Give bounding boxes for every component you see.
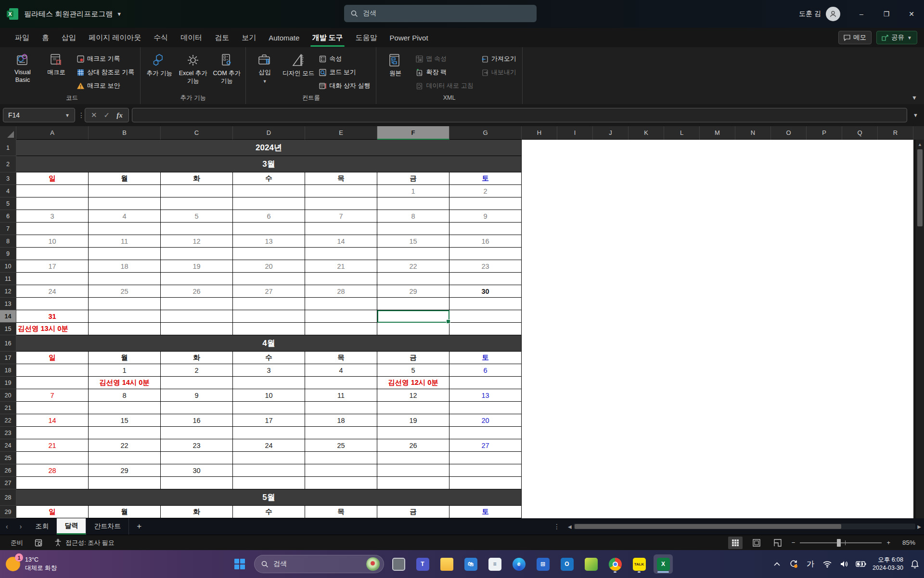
share-button[interactable]: 공유 ▼ <box>876 31 917 44</box>
cell-D25[interactable] <box>233 452 305 464</box>
month-band-4월[interactable]: 4월 <box>16 335 522 352</box>
cell-A14[interactable]: 31 <box>16 310 89 323</box>
cell-F22[interactable]: 19 <box>377 414 449 427</box>
cell-E22[interactable]: 18 <box>305 414 377 427</box>
empty-cells-area[interactable] <box>522 248 913 260</box>
column-header-I[interactable]: I <box>557 126 593 140</box>
zoom-slider[interactable]: − + <box>792 539 890 546</box>
cell-E10[interactable]: 21 <box>305 260 377 273</box>
cell-C19[interactable] <box>161 377 233 389</box>
cell-B12[interactable]: 25 <box>89 285 161 298</box>
cell-B6[interactable]: 4 <box>89 210 161 223</box>
row-header-27[interactable]: 27 <box>0 477 16 489</box>
app-kakaotalk[interactable]: TALK <box>629 554 649 574</box>
cell-A7[interactable] <box>16 223 89 235</box>
cell-F13[interactable] <box>377 298 449 310</box>
app-file-explorer[interactable] <box>437 554 456 574</box>
cell-G14[interactable] <box>449 310 522 323</box>
start-button[interactable] <box>230 554 249 574</box>
empty-cells-area[interactable] <box>522 477 913 489</box>
vertical-scrollbar[interactable]: ▲ <box>916 140 924 518</box>
weather-widget[interactable]: 1 13°C 대체로 화창 <box>0 556 57 572</box>
cell-A9[interactable] <box>16 248 89 260</box>
app-edge[interactable]: e <box>509 554 528 574</box>
cell-G6[interactable]: 9 <box>449 210 522 223</box>
row-header-11[interactable]: 11 <box>0 273 16 285</box>
cell-E8[interactable]: 14 <box>305 235 377 248</box>
app-green-tool[interactable] <box>581 554 601 574</box>
cell-B13[interactable] <box>89 298 161 310</box>
cell-D18[interactable]: 3 <box>233 364 305 377</box>
row-header-28[interactable]: 28 <box>0 489 16 506</box>
column-header-L[interactable]: L <box>664 126 700 140</box>
cell-F18[interactable]: 5 <box>377 364 449 377</box>
cell-C23[interactable] <box>161 427 233 439</box>
empty-cells-area[interactable] <box>522 210 913 223</box>
row-header-25[interactable]: 25 <box>0 452 16 464</box>
import-button[interactable]: 가져오기 <box>478 53 519 65</box>
cell-G13[interactable] <box>449 298 522 310</box>
cell-D26[interactable] <box>233 464 305 477</box>
page-break-view-button[interactable] <box>770 537 785 549</box>
minimize-button[interactable]: – <box>849 0 874 28</box>
column-header-G[interactable]: G <box>449 126 522 140</box>
empty-cells-area[interactable] <box>522 506 913 518</box>
cell-E6[interactable]: 7 <box>305 210 377 223</box>
cell-D15[interactable] <box>233 323 305 335</box>
cell-G4[interactable]: 2 <box>449 185 522 197</box>
column-header-D[interactable]: D <box>233 126 305 140</box>
cell-E26[interactable] <box>305 464 377 477</box>
cell-C26[interactable]: 30 <box>161 464 233 477</box>
sheet-tab-dallyeok[interactable]: 달력 <box>57 518 86 535</box>
empty-cells-area[interactable] <box>522 235 913 248</box>
cell-B3[interactable]: 월 <box>89 172 161 185</box>
cell-A27[interactable] <box>16 477 89 489</box>
cell-G25[interactable] <box>449 452 522 464</box>
cell-G29[interactable]: 토 <box>449 506 522 518</box>
app-notepad[interactable]: ≡ <box>485 554 504 574</box>
name-box[interactable]: F14 ▼ <box>3 108 75 122</box>
cell-B7[interactable] <box>89 223 161 235</box>
cell-C22[interactable]: 16 <box>161 414 233 427</box>
cell-G15[interactable] <box>449 323 522 335</box>
cell-F20[interactable]: 12 <box>377 389 449 402</box>
empty-cells-area[interactable] <box>522 156 913 172</box>
notifications-bell-icon[interactable] <box>910 560 920 569</box>
cell-F15[interactable] <box>377 323 449 335</box>
row-header-13[interactable]: 13 <box>0 298 16 310</box>
zoom-thumb[interactable] <box>837 539 841 547</box>
column-header-E[interactable]: E <box>305 126 377 140</box>
cell-F10[interactable]: 22 <box>377 260 449 273</box>
horizontal-scrollbar[interactable]: ◀ ▶ <box>568 522 921 531</box>
cell-C12[interactable]: 26 <box>161 285 233 298</box>
cell-B10[interactable]: 18 <box>89 260 161 273</box>
empty-cells-area[interactable] <box>522 172 913 185</box>
record-macro-button[interactable]: 매크로 기록 <box>74 53 137 65</box>
row-header-4[interactable]: 4 <box>0 185 16 197</box>
row-header-10[interactable]: 10 <box>0 260 16 273</box>
scroll-left-icon[interactable]: ◀ <box>568 524 572 529</box>
cell-G7[interactable] <box>449 223 522 235</box>
empty-cells-area[interactable] <box>522 323 913 335</box>
cell-G19[interactable] <box>449 377 522 389</box>
cell-B29[interactable]: 월 <box>89 506 161 518</box>
excel-add-ins-button[interactable]: Excel 추가 기능 <box>177 49 209 90</box>
cell-A10[interactable]: 17 <box>16 260 89 273</box>
cell-B24[interactable]: 22 <box>89 439 161 452</box>
cell-B22[interactable]: 15 <box>89 414 161 427</box>
cell-E19[interactable] <box>305 377 377 389</box>
add-sheet-button[interactable]: + <box>129 522 149 531</box>
cell-E12[interactable]: 28 <box>305 285 377 298</box>
column-header-K[interactable]: K <box>629 126 664 140</box>
cell-C14[interactable] <box>161 310 233 323</box>
cell-A25[interactable] <box>16 452 89 464</box>
cell-C25[interactable] <box>161 452 233 464</box>
empty-cells-area[interactable] <box>522 140 913 156</box>
row-header-6[interactable]: 6 <box>0 210 16 223</box>
cell-F5[interactable] <box>377 197 449 210</box>
cell-D13[interactable] <box>233 298 305 310</box>
app-calculator[interactable]: ⊞ <box>533 554 552 574</box>
app-chrome[interactable] <box>605 554 625 574</box>
tab-review[interactable]: 검토 <box>208 29 235 47</box>
battery-icon[interactable] <box>856 561 866 567</box>
